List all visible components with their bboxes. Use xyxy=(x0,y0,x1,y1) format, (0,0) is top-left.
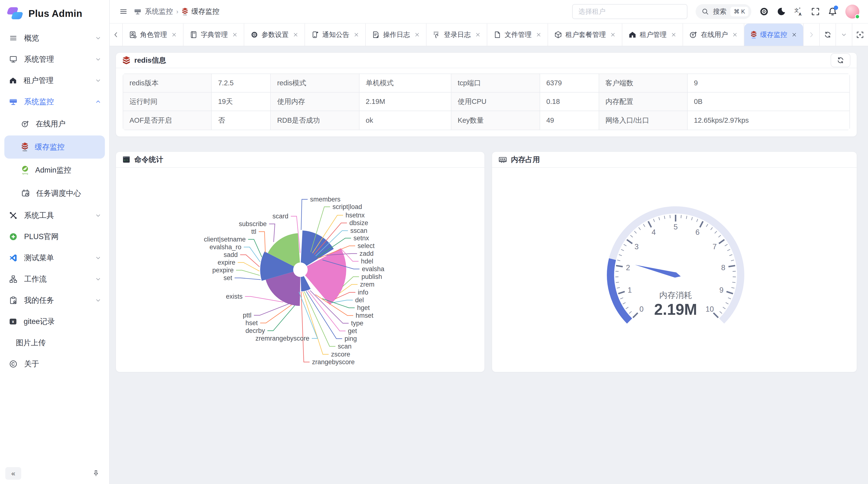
screen-gray-icon xyxy=(134,8,142,15)
sidebar-item-task-schedule[interactable]: 任务调度中心 xyxy=(4,182,105,205)
memory-usage-gauge-chart[interactable]: 012345678910内存消耗2.19M xyxy=(492,168,857,372)
tab-param[interactable]: 参数设置 xyxy=(244,24,305,46)
file-icon xyxy=(494,31,501,39)
info-label: Key数量 xyxy=(452,111,540,130)
sidebar-toggle-button[interactable] xyxy=(119,7,128,16)
svg-text:smembers: smembers xyxy=(310,196,340,203)
sidebar-item-online-users[interactable]: 在线用户 xyxy=(4,112,105,135)
tab-close-icon[interactable] xyxy=(792,32,797,37)
svg-text:内存消耗: 内存消耗 xyxy=(659,290,692,300)
svg-text:evalsha_ro: evalsha_ro xyxy=(210,244,241,251)
redis-refresh-button[interactable] xyxy=(831,53,850,67)
sidebar-item-admin-monitor[interactable]: spring Admin监控 xyxy=(4,159,105,182)
sidebar-item-tenant-manage[interactable]: 租户管理 xyxy=(0,70,109,91)
svg-text:pexpire: pexpire xyxy=(212,266,234,274)
tab-dict[interactable]: 字典管理 xyxy=(184,24,244,46)
svg-text:3: 3 xyxy=(634,243,639,251)
tab-loginlog[interactable]: 登录日志 xyxy=(427,24,487,46)
tab-close-icon[interactable] xyxy=(232,32,238,37)
tab-maximize-button[interactable] xyxy=(852,24,868,46)
sidebar-item-about[interactable]: 关于 xyxy=(0,353,109,375)
sidebar-item-gitee-log[interactable]: ¥ gitee记录 xyxy=(0,311,109,332)
sidebar-item-image-upload[interactable]: 图片上传 xyxy=(0,332,109,353)
dark-mode-button[interactable] xyxy=(777,7,785,16)
dict-icon xyxy=(190,31,197,39)
sidebar-item-overview[interactable]: 概览 xyxy=(0,28,109,49)
svg-text:zscore: zscore xyxy=(331,351,350,358)
language-button[interactable]: 文A xyxy=(794,7,803,16)
sidebar-item-cache-monitor[interactable]: redis 缓存监控 xyxy=(4,135,105,159)
copyright-icon xyxy=(9,360,18,368)
chevron-down-icon xyxy=(95,35,101,41)
tab-close-icon[interactable] xyxy=(610,32,616,37)
svg-text:hsetnx: hsetnx xyxy=(345,212,365,219)
svg-text:decrby: decrby xyxy=(245,327,265,334)
tab-close-icon[interactable] xyxy=(293,32,298,37)
tab-more-button[interactable] xyxy=(835,24,851,46)
tab-tenant-plan[interactable]: 租户套餐管理 xyxy=(548,24,622,46)
svg-text:setnx: setnx xyxy=(353,234,369,242)
sidebar-collapse-button[interactable]: « xyxy=(5,467,21,480)
tab-cache-monitor[interactable]: redis 缓存监控 xyxy=(744,24,803,46)
info-value: 0.18 xyxy=(540,93,599,111)
settings-gear-button[interactable] xyxy=(760,7,769,16)
tenant-select-input[interactable] xyxy=(572,4,687,19)
tab-close-icon[interactable] xyxy=(414,32,420,37)
command-stats-rose-chart[interactable]: smembersscript|loadhsetnxdbsizesscansetn… xyxy=(116,168,485,372)
svg-text:A: A xyxy=(799,12,802,16)
sidebar-item-system-monitor[interactable]: 系统监控 xyxy=(0,91,109,112)
sidebar-item-workflow[interactable]: 工作流 xyxy=(0,268,109,290)
user-avatar[interactable] xyxy=(845,5,859,19)
tools-icon xyxy=(9,212,18,220)
info-label: redis版本 xyxy=(123,74,212,93)
redis-icon: redis xyxy=(182,8,188,16)
svg-text:select: select xyxy=(358,242,375,250)
redis-icon: redis xyxy=(21,142,28,152)
notifications-bell-button[interactable] xyxy=(828,7,837,16)
sidebar-item-test-menu[interactable]: 测试菜单 xyxy=(0,247,109,268)
fullscreen-button[interactable] xyxy=(811,7,820,16)
breadcrumb[interactable]: 系统监控› redis 缓存监控 xyxy=(134,7,219,17)
sidebar-item-plus-site[interactable]: PLUS官网 xyxy=(0,226,109,247)
logo[interactable]: Plus Admin xyxy=(0,0,109,25)
tab-role[interactable]: 角色管理 xyxy=(123,24,184,46)
info-value: 单机模式 xyxy=(360,74,452,93)
pin-icon[interactable] xyxy=(92,470,100,477)
sidebar-item-my-tasks[interactable]: 我的任务 xyxy=(0,290,109,311)
tab-close-icon[interactable] xyxy=(172,32,177,37)
svg-text:del: del xyxy=(355,296,364,304)
svg-text:ping: ping xyxy=(345,335,357,342)
svg-text:scard: scard xyxy=(273,213,288,220)
sidebar-menu: 概览 系统管理 租户管理 系统监控 在线用户 redis 缓存监控spring … xyxy=(0,25,109,375)
tab-close-icon[interactable] xyxy=(732,32,738,37)
chevron-down-icon xyxy=(95,56,101,62)
tab-tenant[interactable]: 租户管理 xyxy=(622,24,683,46)
svg-text:spring: spring xyxy=(22,172,28,175)
info-value: 0B xyxy=(688,93,849,111)
gear-icon xyxy=(250,31,258,39)
sidebar-footer: « xyxy=(0,466,109,484)
tab-close-icon[interactable] xyxy=(354,32,359,37)
svg-text:zadd: zadd xyxy=(360,250,374,257)
tab-refresh-button[interactable] xyxy=(819,24,835,46)
memory-usage-card: 内存占用 012345678910内存消耗2.19M xyxy=(492,152,857,372)
tab-close-icon[interactable] xyxy=(671,32,676,37)
tab-oplog[interactable]: 操作日志 xyxy=(366,24,427,46)
tab-file[interactable]: 文件管理 xyxy=(487,24,548,46)
logo-icon xyxy=(7,7,23,20)
sidebar-item-system-tools[interactable]: 系统工具 xyxy=(0,205,109,226)
svg-text:¥: ¥ xyxy=(12,320,14,324)
tab-notice[interactable]: 通知公告 xyxy=(305,24,366,46)
tabs-scroll-right-button[interactable] xyxy=(803,24,819,46)
tab-online-users[interactable]: 在线用户 xyxy=(683,24,744,46)
redis-info-card: redis信息 redis版本 7.2.5redis模式 单机模式tcp端口 6… xyxy=(116,53,857,137)
tab-close-icon[interactable] xyxy=(536,32,541,37)
svg-text:0: 0 xyxy=(640,305,644,313)
global-search[interactable]: 搜索 ⌘ K xyxy=(695,4,751,19)
tab-close-icon[interactable] xyxy=(475,32,480,37)
tabs-scroll-left-button[interactable] xyxy=(110,24,123,46)
svg-text:2.19M: 2.19M xyxy=(654,301,697,318)
redis-info-title: redis信息 xyxy=(134,56,166,65)
sidebar-item-system-manage[interactable]: 系统管理 xyxy=(0,49,109,70)
info-value: 6379 xyxy=(540,74,599,93)
